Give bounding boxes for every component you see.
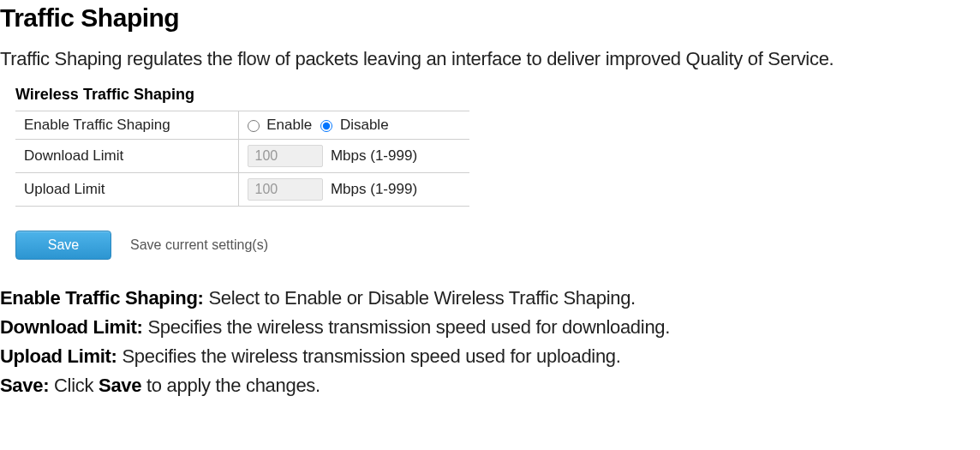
row-download: Download Limit Mbps (1-999) [15, 140, 469, 173]
def-save-term: Save: [0, 375, 49, 396]
def-upload: Upload Limit: Specifies the wireless tra… [0, 342, 980, 371]
def-upload-desc: Specifies the wireless transmission spee… [117, 345, 621, 367]
radio-disable-wrap[interactable]: Disable [320, 117, 388, 134]
radio-enable[interactable] [248, 120, 260, 132]
radio-enable-label: Enable [266, 117, 312, 133]
upload-input[interactable] [248, 178, 323, 201]
intro-text: Traffic Shaping regulates the flow of pa… [0, 48, 980, 70]
def-download-term: Download Limit: [0, 316, 143, 338]
definitions: Enable Traffic Shaping: Select to Enable… [0, 284, 980, 400]
def-download-desc: Specifies the wireless transmission spee… [143, 316, 670, 338]
config-table: Enable Traffic Shaping Enable Disable [15, 111, 469, 207]
def-save: Save: Click Save to apply the changes. [0, 371, 980, 400]
radio-disable[interactable] [320, 120, 332, 132]
upload-unit: Mbps (1-999) [331, 181, 417, 197]
def-save-bold: Save [99, 375, 141, 396]
row-enable: Enable Traffic Shaping Enable Disable [15, 111, 469, 140]
def-enable: Enable Traffic Shaping: Select to Enable… [0, 284, 980, 313]
page-title: Traffic Shaping [0, 3, 980, 33]
enable-radio-group: Enable Disable [248, 117, 462, 134]
radio-disable-label: Disable [340, 117, 389, 133]
def-save-post: to apply the changes. [141, 375, 320, 396]
download-input[interactable] [248, 145, 323, 167]
save-row: Save Save current setting(s) [15, 231, 980, 260]
label-enable: Enable Traffic Shaping [15, 111, 238, 140]
panel-heading: Wireless Traffic Shaping [15, 86, 980, 104]
label-download: Download Limit [15, 140, 238, 173]
def-upload-term: Upload Limit: [0, 345, 117, 367]
save-description: Save current setting(s) [130, 237, 268, 253]
def-enable-desc: Select to Enable or Disable Wireless Tra… [204, 287, 636, 309]
row-upload: Upload Limit Mbps (1-999) [15, 173, 469, 207]
save-button[interactable]: Save [15, 231, 111, 260]
config-panel: Wireless Traffic Shaping Enable Traffic … [0, 86, 980, 260]
def-download: Download Limit: Specifies the wireless t… [0, 313, 980, 342]
def-enable-term: Enable Traffic Shaping: [0, 287, 204, 309]
def-save-pre: Click [49, 375, 99, 396]
download-unit: Mbps (1-999) [331, 147, 417, 164]
label-upload: Upload Limit [15, 173, 238, 207]
radio-enable-wrap[interactable]: Enable [248, 117, 313, 134]
